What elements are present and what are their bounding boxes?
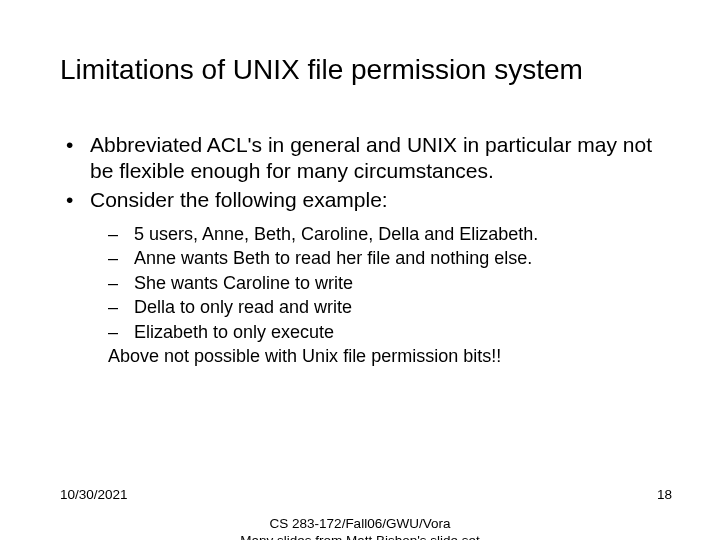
- bullet-text: Consider the following example:: [90, 188, 388, 211]
- footer-center: CS 283-172/Fall06/GWU/Vora Many slides f…: [0, 516, 720, 540]
- slide-title: Limitations of UNIX file permission syst…: [60, 54, 660, 86]
- page-number: 18: [657, 487, 672, 502]
- sub-bullet-list: 5 users, Anne, Beth, Caroline, Della and…: [90, 223, 660, 368]
- sub-bullet-text: 5 users, Anne, Beth, Caroline, Della and…: [134, 224, 538, 244]
- sub-bullet-item: 5 users, Anne, Beth, Caroline, Della and…: [90, 223, 660, 246]
- sub-bullet-item: Above not possible with Unix file permis…: [90, 345, 660, 368]
- sub-bullet-text: She wants Caroline to write: [134, 273, 353, 293]
- bullet-list: Abbreviated ACL's in general and UNIX in…: [60, 132, 660, 368]
- bullet-item: Abbreviated ACL's in general and UNIX in…: [60, 132, 660, 185]
- sub-bullet-item: Elizabeth to only execute: [90, 321, 660, 344]
- bullet-text: Abbreviated ACL's in general and UNIX in…: [90, 133, 652, 182]
- sub-bullet-item: Anne wants Beth to read her file and not…: [90, 247, 660, 270]
- footer-date: 10/30/2021: [60, 487, 128, 502]
- sub-bullet-item: She wants Caroline to write: [90, 272, 660, 295]
- sub-bullet-text: Above not possible with Unix file permis…: [108, 346, 501, 366]
- sub-bullet-item: Della to only read and write: [90, 296, 660, 319]
- footer-line: CS 283-172/Fall06/GWU/Vora: [0, 516, 720, 533]
- sub-bullet-text: Anne wants Beth to read her file and not…: [134, 248, 532, 268]
- footer-line: Many slides from Matt Bishop's slide set: [0, 533, 720, 540]
- slide: Limitations of UNIX file permission syst…: [0, 0, 720, 540]
- sub-bullet-text: Elizabeth to only execute: [134, 322, 334, 342]
- bullet-item: Consider the following example: 5 users,…: [60, 187, 660, 368]
- sub-bullet-text: Della to only read and write: [134, 297, 352, 317]
